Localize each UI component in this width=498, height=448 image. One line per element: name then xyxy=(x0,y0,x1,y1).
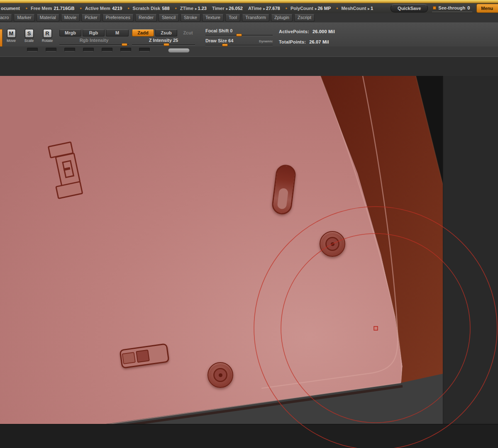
menu-tool[interactable]: Tool xyxy=(225,14,240,22)
quicksave-button[interactable]: QuickSave xyxy=(391,4,428,12)
focal-shift-slider[interactable]: Focal Shift 0 xyxy=(205,28,273,36)
m-button[interactable]: M xyxy=(106,29,129,37)
rgb-button[interactable]: Rgb xyxy=(83,29,105,37)
status-meshcount: MeshCount 1 xyxy=(336,5,373,11)
document-canvas[interactable] xyxy=(0,76,443,424)
menu-material[interactable]: Material xyxy=(37,14,59,22)
tray-tab[interactable] xyxy=(27,48,38,51)
menu-marker[interactable]: Marker xyxy=(14,14,34,22)
shelf-tray-strip xyxy=(0,46,498,57)
menu-macro[interactable]: acro xyxy=(0,14,12,22)
move-icon: M xyxy=(7,29,16,38)
see-through-slider[interactable]: See-through 0 xyxy=(432,5,472,12)
status-scratch-disk: Scratch Disk 588 xyxy=(127,5,169,11)
menu-render[interactable]: Render xyxy=(135,14,157,22)
shelf-scrollbar-handle[interactable] xyxy=(168,48,190,53)
menu-zplugin[interactable]: Zplugin xyxy=(271,14,293,22)
zadd-button[interactable]: Zadd xyxy=(132,29,154,37)
zcut-button[interactable]: Zcut xyxy=(178,29,198,37)
menu-picker[interactable]: Picker xyxy=(81,14,101,22)
rotate-button[interactable]: R Rotate xyxy=(40,29,55,43)
top-accent-bar xyxy=(0,0,498,3)
zsub-button[interactable]: Zsub xyxy=(155,29,177,37)
menu-button[interactable]: Menu xyxy=(476,4,498,13)
draw-button-edge[interactable] xyxy=(0,29,2,47)
zbrush-window: ocument Free Mem 21.716GB Active Mem 421… xyxy=(0,0,498,448)
tray-tab[interactable] xyxy=(139,48,150,51)
active-points-readout: ActivePoints:26.000 Mil xyxy=(279,29,335,34)
z-intensity-value: 25 xyxy=(173,38,178,43)
tray-tab[interactable] xyxy=(83,48,94,51)
tray-tab[interactable] xyxy=(102,48,112,51)
menu-transform[interactable]: Transform xyxy=(242,14,269,22)
focal-shift-value: 0 xyxy=(230,28,232,33)
rotate-icon: R xyxy=(43,29,52,38)
rgb-intensity-handle[interactable] xyxy=(122,43,127,46)
total-points-readout: TotalPoints:26.07 Mil xyxy=(279,39,329,44)
model-rivet-upper xyxy=(320,231,345,257)
z-intensity-handle[interactable] xyxy=(164,43,169,46)
rgb-intensity-slider[interactable]: Rgb Intensity xyxy=(59,38,129,46)
status-bar: ocument Free Mem 21.716GB Active Mem 421… xyxy=(0,3,498,13)
menu-stroke[interactable]: Stroke xyxy=(181,14,200,22)
z-intensity-slider[interactable]: Z Intensity 25 xyxy=(132,38,195,46)
status-free-mem: Free Mem 21.716GB xyxy=(26,5,75,11)
status-active-mem: Active Mem 4219 xyxy=(80,5,122,11)
menu-zscript[interactable]: Zscript xyxy=(294,14,315,22)
draw-size-value: 64 xyxy=(228,38,233,43)
focal-shift-handle[interactable] xyxy=(236,34,242,37)
model-rivet-lower xyxy=(208,362,233,388)
menu-stencil[interactable]: Stencil xyxy=(159,14,179,22)
tray-tab[interactable] xyxy=(120,48,131,51)
top-shelf-toolbar: M Move S Scale R Rotate Mrgb Rgb M Zadd … xyxy=(0,22,498,46)
scale-button[interactable]: S Scale xyxy=(22,29,37,43)
tray-tab[interactable] xyxy=(46,48,56,51)
see-through-label: See-through xyxy=(438,5,465,10)
menu-movie[interactable]: Movie xyxy=(61,14,80,22)
workspace-margin xyxy=(443,76,498,424)
move-button[interactable]: M Move xyxy=(4,29,19,43)
menu-preferences[interactable]: Preferences xyxy=(103,14,134,22)
workspace-bottom-strip xyxy=(0,424,498,448)
status-ztime: ZTime 1.23 xyxy=(175,5,207,11)
status-bar-right: QuickSave See-through 0 Menu xyxy=(391,4,498,13)
main-area xyxy=(0,76,498,424)
menu-texture[interactable]: Texture xyxy=(202,14,224,22)
tray-tab[interactable] xyxy=(64,48,75,51)
draw-size-handle[interactable] xyxy=(222,44,228,46)
status-atime: ATime 27.678 xyxy=(248,6,280,11)
scale-icon: S xyxy=(25,29,34,38)
workspace-top-gap xyxy=(0,57,498,76)
see-through-value: 0 xyxy=(467,5,470,10)
dynamic-mode-label[interactable]: Dynamic xyxy=(259,39,273,43)
menu-bar: acro Marker Material Movie Picker Prefer… xyxy=(0,13,498,22)
status-polycount: PolyCount 26 MP xyxy=(286,5,331,11)
status-timer: Timer 26.052 xyxy=(212,6,243,11)
document-label: ocument xyxy=(1,6,20,11)
mrgb-button[interactable]: Mrgb xyxy=(59,29,81,37)
